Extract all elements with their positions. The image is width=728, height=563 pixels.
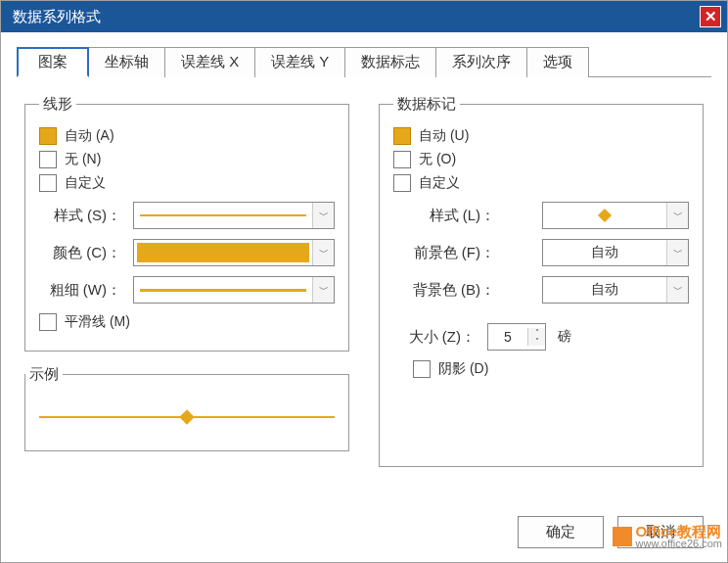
- line-color-swatch: [134, 240, 312, 265]
- marker-bg-combo[interactable]: 自动 ﹀: [542, 276, 689, 304]
- marker-group-legend: 数据标记: [393, 95, 460, 114]
- line-custom-label: 自定义: [65, 174, 106, 192]
- marker-auto-label: 自动 (U): [419, 127, 469, 145]
- tab-strip: 图案 坐标轴 误差线 X 误差线 Y 数据标志 系列次序 选项: [17, 46, 711, 77]
- example-line-icon: [39, 416, 335, 418]
- right-column: 数据标记 自动 (U) 无 (O) 自定义 样式 (L)：: [379, 95, 704, 498]
- marker-style-label: 样式 (L)：: [393, 207, 501, 225]
- dialog-body: 图案 坐标轴 误差线 X 误差线 Y 数据标志 系列次序 选项 线形 自动 (A…: [1, 32, 727, 562]
- marker-size-spinner[interactable]: 5 ˄ ˅: [487, 323, 546, 351]
- chevron-down-icon: ˅: [528, 337, 545, 346]
- marker-shadow-label: 阴影 (D): [438, 360, 488, 378]
- checkbox-icon: [413, 360, 431, 378]
- tab-panel-pattern: 线形 自动 (A) 无 (N) 自定义 样式 (S)：: [17, 77, 711, 506]
- line-auto-option[interactable]: 自动 (A): [39, 127, 335, 145]
- marker-none-option[interactable]: 无 (O): [393, 151, 689, 168]
- marker-bg-label: 背景色 (B)：: [393, 281, 501, 300]
- dialog-window: 数据系列格式 ✕ 图案 坐标轴 误差线 X 误差线 Y 数据标志 系列次序 选项…: [0, 0, 728, 563]
- checkbox-icon: [393, 127, 411, 145]
- marker-none-label: 无 (O): [419, 151, 456, 168]
- checkbox-icon: [393, 174, 411, 192]
- example-group: 示例: [24, 365, 349, 451]
- example-preview: [25, 384, 348, 450]
- chevron-down-icon: ﹀: [666, 240, 688, 265]
- line-color-row: 颜色 (C)： ﹀: [39, 239, 335, 266]
- close-icon: ✕: [705, 8, 717, 25]
- line-weight-row: 粗细 (W)： ﹀: [39, 276, 335, 304]
- tab-error-y[interactable]: 误差线 Y: [254, 47, 345, 77]
- chevron-down-icon: ﹀: [312, 277, 334, 303]
- tab-data-labels[interactable]: 数据标志: [344, 47, 436, 77]
- button-row: 确定 取消: [17, 506, 711, 562]
- line-style-combo[interactable]: ﹀: [133, 202, 335, 229]
- dialog-title: 数据系列格式: [13, 8, 700, 26]
- tab-axis[interactable]: 坐标轴: [88, 47, 165, 77]
- line-group-legend: 线形: [39, 95, 76, 114]
- line-weight-preview: [134, 277, 312, 303]
- cancel-button[interactable]: 取消: [617, 516, 704, 548]
- marker-shadow-option[interactable]: 阴影 (D): [413, 360, 689, 378]
- marker-style-combo[interactable]: ﹀: [542, 202, 689, 229]
- chevron-down-icon: ﹀: [666, 277, 688, 303]
- line-custom-option[interactable]: 自定义: [39, 174, 335, 192]
- marker-custom-label: 自定义: [419, 174, 460, 192]
- smooth-line-label: 平滑线 (M): [65, 313, 130, 331]
- marker-style-row: 样式 (L)： ﹀: [393, 202, 689, 229]
- checkbox-icon: [39, 151, 57, 168]
- tab-pattern[interactable]: 图案: [17, 47, 89, 77]
- chevron-down-icon: ﹀: [666, 203, 688, 228]
- line-style-row: 样式 (S)： ﹀: [39, 202, 335, 229]
- line-none-option[interactable]: 无 (N): [39, 151, 335, 168]
- tab-options[interactable]: 选项: [526, 47, 589, 77]
- marker-fg-row: 前景色 (F)： 自动 ﹀: [393, 239, 689, 266]
- chevron-up-icon: ˄: [528, 328, 545, 337]
- marker-style-preview: [543, 203, 666, 228]
- example-legend: 示例: [25, 365, 63, 384]
- line-style-preview: [134, 203, 312, 228]
- line-none-label: 无 (N): [65, 151, 101, 168]
- checkbox-icon: [39, 174, 57, 192]
- line-color-label: 颜色 (C)：: [39, 244, 127, 262]
- line-group: 线形 自动 (A) 无 (N) 自定义 样式 (S)：: [24, 95, 349, 352]
- left-column: 线形 自动 (A) 无 (N) 自定义 样式 (S)：: [24, 95, 349, 498]
- marker-custom-option[interactable]: 自定义: [393, 174, 689, 192]
- chevron-down-icon: ﹀: [312, 240, 334, 265]
- checkbox-icon: [39, 313, 57, 331]
- titlebar: 数据系列格式 ✕: [1, 1, 727, 32]
- marker-bg-value: 自动: [543, 277, 666, 303]
- tab-error-x[interactable]: 误差线 X: [164, 47, 255, 77]
- marker-bg-row: 背景色 (B)： 自动 ﹀: [393, 276, 689, 304]
- marker-fg-label: 前景色 (F)：: [393, 244, 501, 262]
- marker-fg-combo[interactable]: 自动 ﹀: [542, 239, 689, 266]
- close-button[interactable]: ✕: [700, 6, 721, 27]
- checkbox-icon: [39, 127, 57, 145]
- line-auto-label: 自动 (A): [65, 127, 114, 145]
- line-color-combo[interactable]: ﹀: [133, 239, 335, 266]
- line-style-label: 样式 (S)：: [39, 207, 127, 225]
- marker-auto-option[interactable]: 自动 (U): [393, 127, 689, 145]
- spinner-buttons[interactable]: ˄ ˅: [527, 328, 545, 346]
- marker-group: 数据标记 自动 (U) 无 (O) 自定义 样式 (L)：: [379, 95, 704, 467]
- marker-size-label: 大小 (Z)：: [393, 328, 481, 347]
- marker-fg-value: 自动: [543, 240, 666, 265]
- marker-size-unit: 磅: [558, 328, 571, 346]
- diamond-icon: [598, 209, 612, 222]
- smooth-line-option[interactable]: 平滑线 (M): [39, 313, 335, 331]
- line-weight-label: 粗细 (W)：: [39, 281, 127, 300]
- marker-size-row: 大小 (Z)： 5 ˄ ˅ 磅: [393, 323, 689, 351]
- checkbox-icon: [393, 151, 411, 168]
- ok-button[interactable]: 确定: [518, 516, 604, 548]
- tab-series-order[interactable]: 系列次序: [435, 47, 527, 77]
- line-weight-combo[interactable]: ﹀: [133, 276, 335, 304]
- marker-size-value: 5: [488, 329, 527, 345]
- chevron-down-icon: ﹀: [312, 203, 334, 228]
